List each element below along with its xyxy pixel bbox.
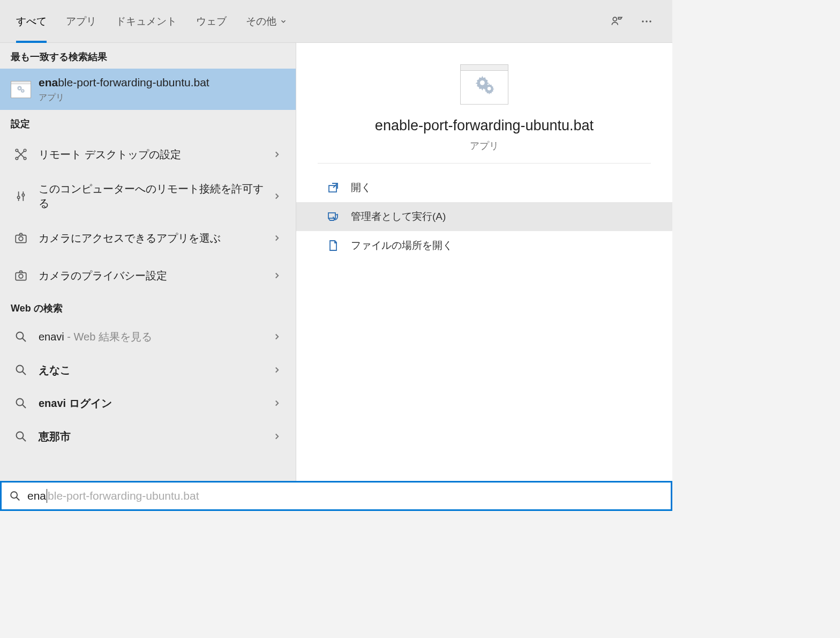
tab-web-label: ウェブ: [196, 14, 227, 28]
bat-file-large-icon: [460, 64, 508, 105]
search-icon: [11, 360, 31, 380]
section-web-search: Web の検索: [0, 294, 296, 320]
search-icon: [11, 327, 31, 347]
chevron-right-icon: [272, 365, 285, 375]
tab-web[interactable]: ウェブ: [186, 0, 236, 43]
svg-point-17: [19, 275, 23, 279]
action-run-admin[interactable]: 管理者として実行(A): [296, 202, 672, 231]
shield-admin-icon: [326, 210, 340, 224]
setting-label: カメラのプライバシー設定: [39, 269, 272, 283]
web-result-enashi[interactable]: 恵那市: [0, 420, 296, 453]
search-bar[interactable]: enable-port-forwarding-ubuntu.bat: [0, 481, 672, 511]
web-result-enavi-login[interactable]: enavi ログイン: [0, 387, 296, 420]
best-match-item[interactable]: enable-port-forwarding-ubuntu.bat アプリ: [0, 69, 296, 110]
setting-label: カメラにアクセスできるアプリを選ぶ: [39, 231, 272, 246]
search-autocomplete: ble-port-forwarding-ubuntu.bat: [48, 489, 199, 502]
svg-line-19: [22, 338, 26, 342]
camera-icon: [11, 265, 31, 286]
tab-documents[interactable]: ドキュメント: [106, 0, 186, 43]
tab-more[interactable]: その他: [236, 0, 297, 43]
svg-point-5: [19, 87, 20, 89]
results-pane: 最も一致する検索結果 enable-port-forwarding-ubuntu…: [0, 43, 296, 481]
folder-location-icon: [326, 239, 340, 253]
svg-point-26: [480, 80, 485, 85]
web-label: 恵那市: [39, 429, 272, 444]
chevron-right-icon: [272, 233, 285, 243]
svg-point-20: [17, 366, 24, 373]
chevron-right-icon: [272, 150, 285, 159]
svg-point-13: [24, 150, 26, 152]
action-open[interactable]: 開く: [296, 173, 672, 202]
search-icon: [11, 426, 31, 447]
web-label: enavi - Web 結果を見る: [39, 330, 272, 344]
feedback-icon[interactable]: [609, 14, 624, 29]
setting-camera-privacy[interactable]: カメラのプライバシー設定: [0, 257, 296, 294]
web-result-enavi[interactable]: enavi - Web 結果を見る: [0, 320, 296, 353]
camera-icon: [11, 228, 31, 248]
svg-point-24: [17, 432, 24, 439]
tabs-bar: すべて アプリ ドキュメント ウェブ その他: [0, 0, 672, 43]
tabs-left: すべて アプリ ドキュメント ウェブ その他: [6, 0, 297, 43]
tab-documents-label: ドキュメント: [116, 14, 177, 28]
svg-point-0: [613, 17, 617, 21]
svg-point-7: [22, 90, 23, 91]
best-match-body: enable-port-forwarding-ubuntu.bat アプリ: [39, 75, 285, 103]
setting-label: リモート デスクトップの設定: [39, 147, 272, 162]
best-match-rest: ble-port-forwarding-ubuntu.bat: [58, 76, 209, 88]
tab-all-label: すべて: [16, 14, 47, 28]
tab-apps-label: アプリ: [66, 14, 96, 28]
section-best-match: 最も一致する検索結果: [0, 43, 296, 69]
search-typed: ena: [27, 489, 46, 502]
chevron-right-icon: [272, 271, 285, 280]
web-result-enako[interactable]: えなこ: [0, 353, 296, 387]
tools-icon: [11, 186, 31, 206]
preview-actions: 開く 管理者として実行(A) ファイルの場所を開く: [296, 173, 672, 260]
action-open-location-label: ファイルの場所を開く: [351, 239, 453, 253]
svg-line-21: [22, 372, 26, 375]
svg-point-18: [17, 332, 24, 339]
search-input[interactable]: enable-port-forwarding-ubuntu.bat: [27, 483, 663, 509]
action-open-location[interactable]: ファイルの場所を開く: [296, 231, 672, 260]
search-icon: [11, 393, 31, 413]
svg-point-12: [16, 158, 18, 160]
bat-file-icon: [11, 79, 31, 100]
svg-line-25: [22, 438, 26, 441]
setting-camera-apps[interactable]: カメラにアクセスできるアプリを選ぶ: [0, 219, 296, 257]
tab-more-label: その他: [246, 14, 276, 28]
tabs-right: [609, 14, 666, 29]
chevron-down-icon: [280, 18, 287, 25]
setting-remote-desktop[interactable]: リモート デスクトップの設定: [0, 136, 296, 173]
preview-header: enable-port-forwarding-ubuntu.bat アプリ: [318, 43, 651, 164]
more-options-icon[interactable]: [639, 14, 654, 29]
svg-line-31: [17, 498, 20, 501]
web-label: enavi ログイン: [39, 396, 272, 411]
svg-point-2: [646, 20, 647, 22]
text-caret: [47, 489, 47, 503]
setting-label: このコンピューターへのリモート接続を許可する: [39, 182, 272, 211]
svg-rect-29: [328, 213, 335, 218]
svg-point-10: [16, 150, 18, 152]
preview-subtitle: アプリ: [328, 139, 640, 152]
preview-title: enable-port-forwarding-ubuntu.bat: [328, 117, 640, 134]
section-settings: 設定: [0, 110, 296, 136]
svg-point-3: [649, 20, 651, 22]
chevron-right-icon: [272, 432, 285, 441]
setting-allow-remote[interactable]: このコンピューターへのリモート接続を許可する: [0, 173, 296, 219]
chevron-right-icon: [272, 398, 285, 408]
best-match-prefix: ena: [39, 76, 58, 88]
svg-point-27: [488, 87, 491, 91]
action-run-admin-label: 管理者として実行(A): [351, 210, 446, 224]
tab-apps[interactable]: アプリ: [56, 0, 106, 43]
svg-rect-28: [329, 186, 336, 192]
web-label: えなこ: [39, 363, 272, 377]
chevron-right-icon: [272, 191, 285, 201]
chevron-right-icon: [272, 332, 285, 342]
search-icon: [9, 490, 21, 502]
svg-point-30: [11, 492, 17, 498]
tab-all[interactable]: すべて: [6, 0, 56, 43]
svg-point-15: [19, 237, 23, 241]
network-icon: [11, 144, 31, 165]
action-open-label: 開く: [351, 181, 371, 195]
svg-line-23: [22, 405, 26, 408]
svg-point-1: [642, 20, 643, 22]
